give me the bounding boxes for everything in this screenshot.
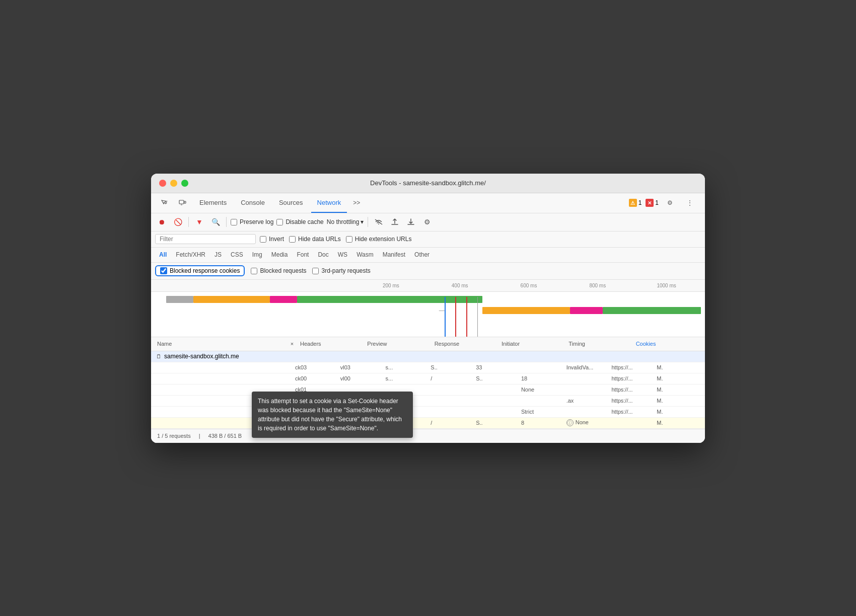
blocked-requests-label[interactable]: Blocked requests xyxy=(251,267,306,274)
cookie-tooltip: This attempt to set a cookie via a Set-C… xyxy=(252,392,413,438)
status-bar: 1 / 5 requests | 438 B / 651 B xyxy=(151,429,705,443)
filter-input[interactable] xyxy=(155,234,256,244)
timeline-400ms: 400 ms xyxy=(425,283,494,288)
main-request-name: 🗒 samesite-sandbox.glitch.me xyxy=(155,353,286,360)
third-party-requests-checkbox[interactable] xyxy=(312,268,319,274)
hide-extension-urls-label[interactable]: Hide extension URLs xyxy=(346,236,412,243)
wifi-icon[interactable] xyxy=(372,215,385,228)
type-filter-js[interactable]: JS xyxy=(210,250,226,259)
cookie-row-ck01[interactable]: ck01 None https://... M. xyxy=(151,384,705,396)
close-button[interactable] xyxy=(159,180,166,187)
header-cookies[interactable]: Cookies xyxy=(634,341,701,347)
cookie-row-ck03[interactable]: ck03 vl03 s... S.. 33 InvalidVa... https… xyxy=(151,362,705,373)
waterfall-row-1 xyxy=(155,296,701,303)
svg-rect-1 xyxy=(184,201,186,203)
type-filter-css[interactable]: CSS xyxy=(227,250,247,259)
bar-pink xyxy=(270,296,297,303)
header-response[interactable]: Response xyxy=(433,341,500,347)
type-filter-all[interactable]: All xyxy=(155,250,171,259)
error-badge: ✕ 1 xyxy=(646,199,659,207)
more-tabs-button[interactable]: >> xyxy=(349,193,364,213)
header-timing[interactable]: Timing xyxy=(566,341,633,347)
cookie-row-ck05[interactable]: ck05 Strict https://... M. xyxy=(151,407,705,418)
disable-cache-checkbox[interactable] xyxy=(276,219,283,225)
timeline-200ms: 200 ms xyxy=(356,283,425,288)
hide-data-urls-checkbox[interactable] xyxy=(289,236,296,243)
bar-orange-2 xyxy=(482,307,569,314)
type-filter-doc[interactable]: Doc xyxy=(314,250,332,259)
vertical-line-gray xyxy=(477,297,478,337)
bar-gray xyxy=(166,296,193,303)
main-request-row[interactable]: 🗒 samesite-sandbox.glitch.me xyxy=(151,351,705,362)
hide-data-urls-label[interactable]: Hide data URLs xyxy=(289,236,341,243)
header-preview[interactable]: Preview xyxy=(365,341,432,347)
device-icon[interactable] xyxy=(175,196,189,210)
upload-icon[interactable] xyxy=(388,215,401,228)
timeline-bar: 200 ms 400 ms 600 ms 800 ms 1000 ms xyxy=(151,280,705,292)
network-settings-icon[interactable]: ⚙ xyxy=(420,215,434,228)
header-headers[interactable]: Headers xyxy=(298,341,365,347)
type-filters: All Fetch/XHR JS CSS Img Media Font Doc … xyxy=(151,248,705,263)
tab-console[interactable]: Console xyxy=(235,193,271,213)
blocked-cookies-checkbox[interactable] xyxy=(160,267,167,274)
throttle-select[interactable]: No throttling ▾ xyxy=(327,218,364,225)
minimize-button[interactable] xyxy=(170,180,177,187)
cookie-rows-container: ck03 vl03 s... S.. 33 InvalidVa... https… xyxy=(151,362,705,429)
cookie-row-ck02[interactable]: ck02 vl02 s... / S.. 8 ⓘNone M. xyxy=(151,418,705,429)
toolbar-separator-1 xyxy=(188,217,189,227)
search-icon[interactable]: 🔍 xyxy=(209,215,222,228)
info-icon: ⓘ xyxy=(566,419,574,426)
blocked-requests-checkbox[interactable] xyxy=(251,268,257,274)
inspect-icon[interactable] xyxy=(157,196,171,210)
devtools-window: DevTools - samesite-sandbox.glitch.me/ E… xyxy=(151,174,705,443)
blocked-bar: Blocked response cookies Blocked request… xyxy=(151,263,705,280)
header-close[interactable]: × xyxy=(286,341,298,347)
separator: | xyxy=(199,433,200,439)
tab-sources[interactable]: Sources xyxy=(273,193,309,213)
type-filter-ws[interactable]: WS xyxy=(334,250,351,259)
type-filter-font[interactable]: Font xyxy=(293,250,313,259)
top-right-icons: ⚠ 1 ✕ 1 ⚙ ⋮ xyxy=(629,196,699,210)
blocked-cookies-label[interactable]: Blocked response cookies xyxy=(155,265,245,276)
invert-label[interactable]: Invert xyxy=(260,236,284,243)
clear-button[interactable]: 🚫 xyxy=(171,215,184,228)
waterfall-chart: — xyxy=(155,296,701,333)
table-body: 🗒 samesite-sandbox.glitch.me ck03 vl03 s… xyxy=(151,351,705,429)
filter-bar: Invert Hide data URLs Hide extension URL… xyxy=(151,232,705,248)
filter-icon[interactable]: ▼ xyxy=(193,215,206,228)
cookie-row-ck04[interactable]: ck04 .ax https://... M. xyxy=(151,396,705,407)
transfer-size: 438 B / 651 B xyxy=(208,433,242,439)
network-toolbar: ⏺ 🚫 ▼ 🔍 Preserve log Disable cache No th… xyxy=(151,213,705,232)
more-options-icon[interactable]: ⋮ xyxy=(683,196,697,210)
disable-cache-label[interactable]: Disable cache xyxy=(276,218,323,225)
tab-elements[interactable]: Elements xyxy=(193,193,233,213)
waterfall-area: — xyxy=(151,292,705,337)
timeline-1000ms: 1000 ms xyxy=(632,283,701,288)
type-filter-fetchxhr[interactable]: Fetch/XHR xyxy=(172,250,209,259)
third-party-requests-label[interactable]: 3rd-party requests xyxy=(312,267,370,274)
bar-green xyxy=(297,296,483,303)
record-button[interactable]: ⏺ xyxy=(155,215,168,228)
traffic-lights xyxy=(159,180,188,187)
toolbar-separator-3 xyxy=(368,217,368,227)
type-filter-img[interactable]: Img xyxy=(248,250,266,259)
type-filter-media[interactable]: Media xyxy=(267,250,292,259)
type-filter-other[interactable]: Other xyxy=(410,250,434,259)
type-filter-wasm[interactable]: Wasm xyxy=(352,250,378,259)
hide-extension-urls-checkbox[interactable] xyxy=(346,236,352,243)
type-filter-manifest[interactable]: Manifest xyxy=(379,250,409,259)
vertical-line-red-2 xyxy=(466,297,467,337)
warning-badge: ⚠ 1 xyxy=(629,199,642,207)
tab-network[interactable]: Network xyxy=(311,193,347,213)
preserve-log-label[interactable]: Preserve log xyxy=(231,218,273,225)
header-initiator[interactable]: Initiator xyxy=(500,341,566,347)
maximize-button[interactable] xyxy=(181,180,188,187)
filter-options: Invert Hide data URLs Hide extension URL… xyxy=(260,236,411,243)
settings-icon[interactable]: ⚙ xyxy=(663,196,677,210)
waterfall-row-2: — xyxy=(155,307,701,314)
download-icon[interactable] xyxy=(404,215,417,228)
preserve-log-checkbox[interactable] xyxy=(231,219,237,225)
invert-checkbox[interactable] xyxy=(260,236,266,243)
cookie-row-ck00[interactable]: ck00 vl00 s... / S.. 18 https://... M. xyxy=(151,373,705,384)
svg-rect-0 xyxy=(179,200,184,204)
